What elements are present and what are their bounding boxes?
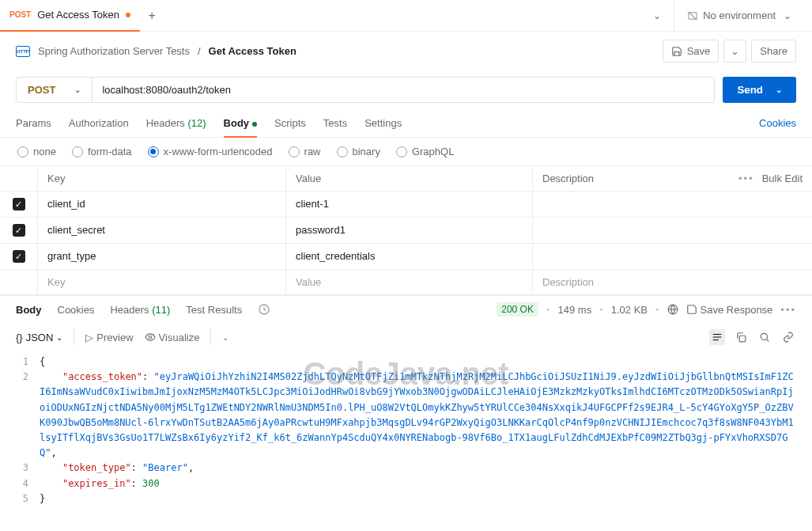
save-response-icon <box>686 304 697 315</box>
tab-settings[interactable]: Settings <box>364 109 402 137</box>
response-meta: 200 OK • 149 ms • 1.02 KB • Save Respons… <box>497 302 796 317</box>
url-input[interactable]: localhost:8080/oauth2/token <box>93 77 715 103</box>
response-toolbar: {} JSON ⌄ ▷Preview Visualize ⌄ <box>0 323 812 351</box>
new-tab-button[interactable]: + <box>140 9 164 23</box>
body-type-graphql[interactable]: GraphQL <box>396 146 454 157</box>
history-icon[interactable] <box>258 303 270 316</box>
svg-point-5 <box>149 336 152 339</box>
body-active-dot-icon <box>252 122 257 127</box>
body-type-none[interactable]: none <box>17 146 56 157</box>
resp-tab-test-results[interactable]: Test Results <box>186 304 242 316</box>
env-chevron-icon: ⌄ <box>780 7 795 25</box>
save-icon <box>671 46 682 57</box>
method-label: POST <box>28 84 55 96</box>
wrap-lines-icon[interactable] <box>709 329 725 345</box>
copy-icon[interactable] <box>733 329 749 345</box>
tab-scripts[interactable]: Scripts <box>274 109 306 137</box>
body-type-urlencoded[interactable]: x-www-form-urlencoded <box>148 146 273 157</box>
save-options-button[interactable]: ⌄ <box>723 40 746 63</box>
body-type-form-data[interactable]: form-data <box>72 146 132 157</box>
no-env-icon <box>687 10 698 21</box>
search-icon[interactable] <box>757 329 772 345</box>
key-input[interactable]: client_id <box>38 192 286 217</box>
value-input[interactable]: password1 <box>286 218 533 243</box>
network-icon[interactable] <box>667 304 678 315</box>
preview-button[interactable]: ▷Preview <box>85 332 133 343</box>
form-data-table: Key Value Description •••Bulk Edit ✓ cli… <box>0 165 812 295</box>
breadcrumb-separator: / <box>198 45 201 57</box>
table-row: ✓ grant_type client_credentials <box>0 244 812 270</box>
key-input[interactable]: client_secret <box>38 218 286 243</box>
value-input[interactable]: Value <box>286 270 533 294</box>
resp-tab-cookies[interactable]: Cookies <box>58 304 95 316</box>
tab-method-badge: POST <box>9 10 31 19</box>
svg-line-11 <box>766 339 769 341</box>
key-input[interactable]: grant_type <box>38 244 286 269</box>
status-badge: 200 OK <box>497 302 538 317</box>
tab-headers[interactable]: Headers (12) <box>146 109 206 137</box>
breadcrumb-collection[interactable]: Spring Authorization Server Tests <box>38 45 190 57</box>
visualize-button[interactable]: Visualize <box>145 332 200 343</box>
response-body[interactable]: 1{ 2 "access_token": "eyJraWQiOiJhYzhiN2… <box>0 351 812 514</box>
breadcrumb-row: HTTP Spring Authorization Server Tests /… <box>0 32 812 70</box>
description-input[interactable]: Description <box>533 270 812 294</box>
body-type-raw[interactable]: raw <box>289 146 321 157</box>
body-type-binary[interactable]: binary <box>337 146 380 157</box>
col-value: Value <box>286 166 533 191</box>
resp-tab-headers[interactable]: Headers (11) <box>110 304 170 316</box>
tab-authorization[interactable]: Authorization <box>69 109 129 137</box>
more-actions-icon[interactable]: ••• <box>780 304 796 316</box>
col-key: Key <box>38 166 286 191</box>
table-row-empty: Key Value Description <box>0 270 812 295</box>
send-button[interactable]: Send ⌄ <box>723 77 796 103</box>
breadcrumb-request: Get Access Token <box>209 45 296 57</box>
send-chevron-icon: ⌄ <box>776 85 782 94</box>
share-button[interactable]: Share <box>751 40 796 63</box>
row-checkbox[interactable]: ✓ <box>13 250 25 263</box>
key-input[interactable]: Key <box>38 270 286 294</box>
svg-point-10 <box>761 333 767 339</box>
table-header-row: Key Value Description •••Bulk Edit <box>0 166 812 192</box>
tab-bar: POST Get Access Token + ⌄ No environment… <box>0 0 812 32</box>
method-selector[interactable]: POST ⌄ <box>16 77 93 103</box>
response-tabs: Body Cookies Headers (11) Test Results 2… <box>0 295 812 323</box>
tab-title: Get Access Token <box>37 9 119 21</box>
body-type-selector: none form-data x-www-form-urlencoded raw… <box>0 138 812 165</box>
table-row: ✓ client_secret password1 <box>0 218 812 244</box>
http-icon: HTTP <box>16 46 30 57</box>
svg-rect-9 <box>739 336 746 342</box>
request-tabs: Params Authorization Headers (12) Body S… <box>0 109 812 138</box>
description-input[interactable] <box>533 244 812 269</box>
visualize-icon <box>145 332 156 343</box>
tab-overflow-chevron-icon[interactable]: ⌄ <box>650 7 664 25</box>
response-size: 1.02 KB <box>611 304 648 316</box>
description-input[interactable] <box>533 192 812 217</box>
toolbar-chevron-icon[interactable]: ⌄ <box>222 333 228 342</box>
environment-label: No environment <box>703 9 776 21</box>
row-checkbox[interactable]: ✓ <box>13 198 25 211</box>
link-icon[interactable] <box>780 329 796 345</box>
environment-selector[interactable]: No environment ⌄ <box>674 0 803 32</box>
tab-body[interactable]: Body <box>224 109 258 137</box>
tab-tests[interactable]: Tests <box>323 109 347 137</box>
tab-params[interactable]: Params <box>16 109 51 137</box>
response-time: 149 ms <box>558 304 592 316</box>
request-url-row: POST ⌄ localhost:8080/oauth2/token Send … <box>0 70 812 109</box>
cookies-link[interactable]: Cookies <box>759 109 796 137</box>
value-input[interactable]: client-1 <box>286 192 533 217</box>
table-row: ✓ client_id client-1 <box>0 192 812 218</box>
save-button[interactable]: Save <box>663 40 719 63</box>
col-description: Description •••Bulk Edit <box>533 166 812 191</box>
unsaved-dot-icon <box>126 13 130 17</box>
bulk-edit-link[interactable]: Bulk Edit <box>762 173 803 184</box>
resp-tab-body[interactable]: Body <box>16 304 42 316</box>
method-chevron-icon: ⌄ <box>74 85 81 94</box>
more-icon[interactable]: ••• <box>738 173 754 184</box>
save-response-button[interactable]: Save Response <box>686 304 773 316</box>
value-input[interactable]: client_credentials <box>286 244 533 269</box>
row-checkbox[interactable]: ✓ <box>13 224 25 237</box>
description-input[interactable] <box>533 218 812 243</box>
request-tab[interactable]: POST Get Access Token <box>0 0 140 32</box>
format-selector[interactable]: {} JSON ⌄ <box>16 332 62 343</box>
